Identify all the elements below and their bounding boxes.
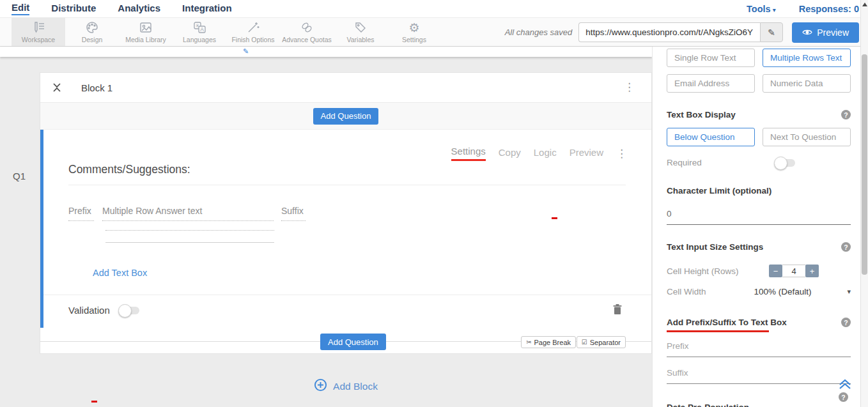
type-email-address[interactable]: Email Address: [667, 74, 755, 93]
nav-edit[interactable]: Edit: [12, 2, 29, 15]
image-icon: [139, 20, 153, 35]
toolbar-item-variables[interactable]: Variables: [334, 18, 387, 46]
preview-button[interactable]: Preview: [792, 22, 859, 43]
nav-menu: Edit Distribute Analytics Integration: [0, 2, 232, 15]
help-icon[interactable]: ?: [839, 392, 848, 402]
toolbar-item-label: Variables: [347, 36, 375, 43]
display-below-question[interactable]: Below Question: [667, 128, 755, 146]
suffix-input[interactable]: Suffix: [667, 368, 851, 384]
page-scrollbar[interactable]: [860, 0, 868, 407]
collapse-block-icon[interactable]: [53, 82, 61, 93]
cell-height-row: Cell Height (Rows) − 4 +: [667, 265, 851, 277]
validation-label: Validation: [68, 305, 110, 316]
edit-url-button[interactable]: ✎: [760, 22, 783, 42]
tab-logic[interactable]: Logic: [534, 147, 557, 160]
toolbar-item-label: Workspace: [22, 36, 55, 43]
toolbar-item-design[interactable]: Design: [65, 18, 119, 46]
add-question-button-top[interactable]: Add Question: [313, 108, 379, 125]
page-break-button[interactable]: ✂ Page Break: [521, 336, 576, 348]
text-box-display-header: Text Box Display ?: [667, 110, 851, 119]
answer-textbox[interactable]: Multiple Row Answer text: [102, 206, 274, 221]
toolbar-item-finish-options[interactable]: Finish Options: [226, 18, 280, 46]
tab-preview[interactable]: Preview: [570, 147, 603, 160]
toolbar-item-settings[interactable]: ⚙ Settings: [387, 18, 441, 46]
responses-count[interactable]: Responses: 0: [799, 4, 859, 14]
validation-toggle[interactable]: [120, 307, 139, 314]
answer-row-line: [105, 230, 274, 231]
tutorial-red-underline: [667, 330, 769, 332]
type-numeric-data[interactable]: Numeric Data: [763, 74, 851, 93]
block-header: Block 1 ⋮: [40, 73, 651, 103]
red-highlight-mark: [552, 217, 557, 219]
toolbar-item-label: Media Library: [125, 36, 166, 43]
magic-wand-icon: [246, 20, 260, 35]
question-menu-icon[interactable]: ⋮: [616, 148, 627, 159]
nav-analytics[interactable]: Analytics: [118, 3, 160, 15]
cell-width-label: Cell Width: [667, 287, 706, 296]
scrollbar-thumb[interactable]: [862, 54, 867, 275]
tools-menu[interactable]: Tools▾: [747, 4, 776, 14]
links-icon: [300, 20, 314, 35]
question-title[interactable]: Comments/Suggestions:: [68, 163, 190, 176]
answer-row-line: [105, 242, 274, 243]
text-input-size-label: Text Input Size Settings: [667, 242, 763, 252]
editor-toolbar: Workspace Design Media Library ✳A Langua…: [0, 18, 868, 47]
help-icon[interactable]: ?: [841, 242, 851, 252]
delete-question-icon[interactable]: [612, 303, 623, 318]
toolbar-item-label: Advance Quotas: [282, 36, 332, 43]
required-toggle[interactable]: [776, 159, 795, 167]
survey-url-input[interactable]: [578, 22, 760, 42]
add-text-box-link[interactable]: Add Text Box: [93, 268, 147, 278]
toolbar-item-label: Settings: [402, 36, 426, 43]
palette-icon: [85, 20, 99, 35]
cell-width-value: 100% (Default): [754, 287, 811, 296]
add-question-button-bottom[interactable]: Add Question: [320, 334, 386, 350]
tab-copy[interactable]: Copy: [499, 147, 521, 160]
caret-down-icon: ▾: [847, 288, 851, 296]
character-limit-header: Character Limit (optional): [667, 186, 851, 196]
toolbar-item-advance-quotas[interactable]: Advance Quotas: [280, 18, 334, 46]
prefix-inline-label: Prefix: [68, 206, 94, 221]
nav-integration[interactable]: Integration: [182, 3, 232, 15]
nav-right: Tools▾ Responses: 0: [747, 0, 859, 18]
increment-button[interactable]: +: [805, 265, 819, 277]
cell-height-label: Cell Height (Rows): [667, 266, 739, 276]
scrollbar-up-arrow[interactable]: [862, 3, 867, 6]
question-tabs: Settings Copy Logic Preview ⋮: [451, 146, 627, 161]
add-block-button[interactable]: Add Block: [40, 378, 652, 394]
eye-icon: [802, 27, 812, 38]
toolbar-item-label: Finish Options: [231, 36, 274, 43]
block-footer: Add Question ✂ Page Break ☑ Separator: [40, 328, 651, 353]
decrement-button[interactable]: −: [769, 265, 782, 277]
type-multiple-rows-text[interactable]: Multiple Rows Text: [763, 49, 851, 67]
type-single-row-text[interactable]: Single Row Text: [667, 49, 755, 67]
toolbar-items: Workspace Design Media Library ✳A Langua…: [12, 18, 441, 46]
question-card: Settings Copy Logic Preview ⋮ Comments/S…: [40, 130, 651, 328]
toolbar-item-workspace[interactable]: Workspace: [12, 18, 65, 46]
help-icon[interactable]: ?: [841, 318, 851, 327]
tab-settings[interactable]: Settings: [451, 146, 486, 161]
cell-width-dropdown[interactable]: 100% (Default) ▾: [754, 287, 851, 296]
block-menu-icon[interactable]: ⋮: [624, 82, 635, 93]
svg-text:A: A: [200, 26, 204, 33]
cell-height-value[interactable]: 4: [782, 265, 805, 277]
page-break-icon: ✂: [526, 339, 531, 346]
text-type-row-1: Single Row Text Multiple Rows Text: [667, 49, 851, 67]
help-icon[interactable]: ?: [841, 110, 851, 119]
toolbar-item-media-library[interactable]: Media Library: [119, 18, 173, 46]
scroll-to-top-icon[interactable]: [839, 379, 851, 392]
block-title[interactable]: Block 1: [81, 82, 112, 93]
cell-width-row: Cell Width 100% (Default) ▾: [667, 287, 851, 296]
separator-button[interactable]: ☑ Separator: [577, 336, 626, 348]
character-limit-label: Character Limit (optional): [667, 186, 771, 196]
questionpro-survey-editor: Edit Distribute Analytics Integration To…: [0, 0, 868, 407]
display-next-to-question[interactable]: Next To Question: [763, 128, 851, 146]
toolbar-item-label: Design: [82, 36, 103, 43]
data-prepopulation-label: Data Pre-Population: [667, 403, 749, 407]
nav-distribute[interactable]: Distribute: [51, 3, 96, 15]
save-status: All changes saved: [505, 27, 573, 37]
prefix-input[interactable]: Prefix: [667, 341, 851, 357]
top-nav: Edit Distribute Analytics Integration To…: [0, 0, 868, 18]
character-limit-input[interactable]: 0: [667, 209, 851, 225]
toolbar-item-languages[interactable]: ✳A Languages: [173, 18, 226, 46]
